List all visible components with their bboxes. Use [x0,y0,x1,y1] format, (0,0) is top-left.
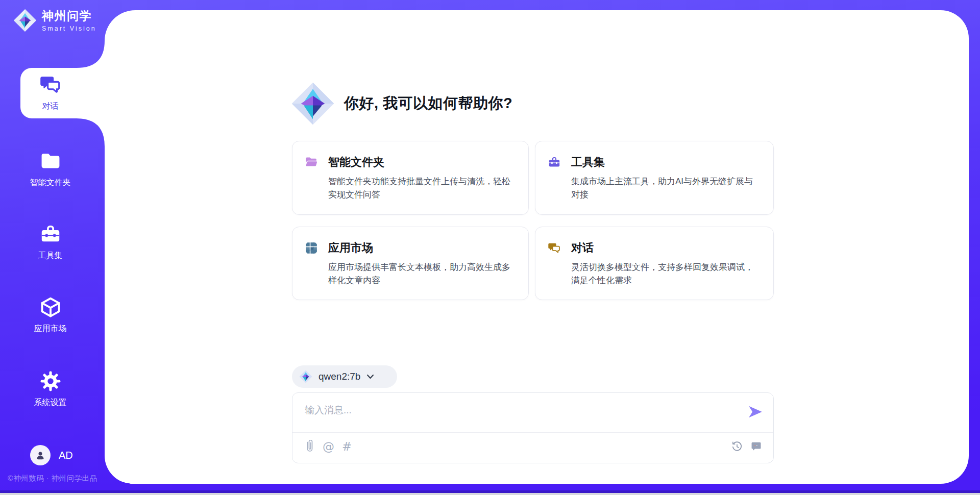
paperclip-icon [305,440,315,453]
grid-icon [305,241,318,255]
composer-toolbar: @ # [305,440,762,453]
card-title: 工具集 [571,155,605,170]
app-window: 神州问学 Smart Vision 对话 智能文件夹 [0,0,980,495]
sidebar-item-toolbox[interactable]: 工具集 [0,223,101,261]
topic-button[interactable]: # [342,441,352,453]
folder-icon [305,156,318,169]
chevron-down-icon [366,374,374,379]
model-name: qwen2:7b [318,371,360,382]
toolbox-icon [548,156,561,169]
card-title: 智能文件夹 [328,155,384,170]
card-description: 灵活切换多模型文件，支持多样回复效果调试，满足个性化需求 [571,261,761,288]
composer-divider [292,432,773,433]
sidebar-item-label: 工具集 [0,251,101,261]
card-title: 应用市场 [328,240,373,256]
card-description: 应用市场提供丰富长文本模板，助力高效生成多样化文章内容 [328,261,516,288]
sidebar-item-smart-folder[interactable]: 智能文件夹 [0,150,101,188]
message-input[interactable] [305,398,733,423]
feature-card-toolbox[interactable]: 工具集 集成市场上主流工具，助力AI与外界无缝扩展与对接 [535,141,774,215]
assistant-diamond-icon [291,82,335,126]
hash-icon: # [342,441,352,453]
card-description: 集成市场上主流工具，助力AI与外界无缝扩展与对接 [571,175,761,202]
bottom-edge-light [0,493,980,495]
feature-card-chat[interactable]: 对话 灵活切换多模型文件，支持多样回复效果调试，满足个性化需求 [535,227,774,301]
messages-button[interactable] [751,441,762,452]
model-selector[interactable]: qwen2:7b [292,365,397,388]
feature-cards: 智能文件夹 智能文件夹功能支持批量文件上传与清洗，轻松实现文件问答 [292,141,774,300]
toolbox-icon [39,223,62,245]
attachment-button[interactable] [305,440,315,453]
history-button[interactable] [731,441,743,452]
sidebar-item-app-market[interactable]: 应用市场 [0,296,101,334]
message-square-icon [751,441,762,452]
history-icon [731,441,743,452]
gear-icon [39,370,62,392]
avatar [30,445,51,465]
chat-icon [39,73,62,96]
send-button[interactable] [748,405,763,418]
sidebar-item-label: 应用市场 [0,324,101,334]
sidebar-item-settings[interactable]: 系统设置 [0,370,101,408]
user-account[interactable]: AD [30,445,73,465]
feature-card-smart-folder[interactable]: 智能文件夹 智能文件夹功能支持批量文件上传与清洗，轻松实现文件问答 [292,141,529,215]
cube-icon [39,296,62,318]
sidebar-footer: ©神州数码 · 神州问学出品 [8,474,105,483]
sidebar-item-label: 智能文件夹 [0,178,101,188]
app-logo: 神州问学 Smart Vision [13,8,96,32]
chat-icon [548,241,561,255]
greeting: 你好, 我可以如何帮助你? [291,82,512,126]
user-icon [34,449,46,461]
composer: @ # [292,392,774,463]
brand-diamond-icon [13,9,37,32]
feature-card-app-market[interactable]: 应用市场 应用市场提供丰富长文本模板，助力高效生成多样化文章内容 [292,227,529,301]
user-name: AD [59,450,73,461]
app-subtitle: Smart Vision [42,25,96,32]
sidebar-item-chat[interactable]: 对话 [0,73,101,112]
sidebar-item-label: 系统设置 [0,398,101,408]
model-diamond-icon [299,370,312,383]
card-description: 智能文件夹功能支持批量文件上传与清洗，轻松实现文件问答 [328,175,516,202]
sidebar-item-label: 对话 [0,101,101,112]
folder-icon [39,150,62,172]
app-title: 神州问学 [42,8,96,24]
send-icon [748,405,763,418]
greeting-text: 你好, 我可以如何帮助你? [344,93,512,114]
at-icon: @ [323,441,334,453]
mention-button[interactable]: @ [323,441,334,453]
card-title: 对话 [571,240,594,256]
